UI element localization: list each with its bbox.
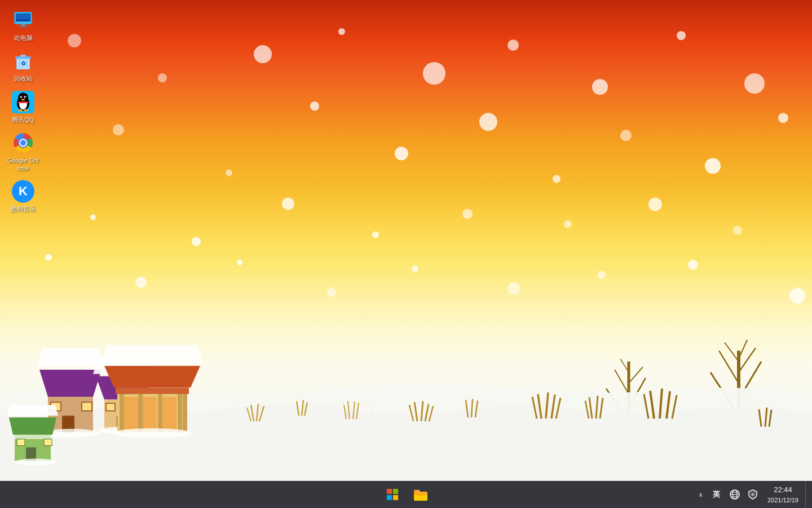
snow-particle — [677, 31, 686, 40]
snow-particle — [237, 260, 242, 265]
snow-particle — [254, 45, 272, 63]
chrome-icon-label: Google Chrome — [6, 156, 41, 173]
computer-icon-label: 此电脑 — [14, 34, 33, 42]
language-indicator[interactable]: 英 — [709, 481, 725, 508]
svg-point-116 — [25, 97, 26, 98]
svg-rect-126 — [387, 489, 392, 494]
snow-particle — [412, 265, 418, 272]
desktop-icon-recycle[interactable]: ♻ 回收站 — [3, 46, 43, 86]
svg-point-117 — [21, 99, 25, 100]
chrome-icon — [12, 132, 34, 154]
snow-particle — [564, 220, 572, 228]
file-explorer-button[interactable] — [408, 482, 433, 507]
desktop: 此电脑 ♻ — [0, 0, 812, 508]
snow-particle — [598, 271, 606, 279]
clock-date: 2021/12/19 — [767, 496, 798, 505]
snow-particle — [135, 277, 147, 288]
snow-particle — [462, 209, 473, 219]
snow-particle — [733, 226, 742, 235]
desktop-icons: 此电脑 ♻ — [0, 0, 45, 218]
show-desktop-button[interactable] — [805, 481, 807, 508]
snow-particle — [423, 62, 445, 85]
svg-point-139 — [751, 493, 754, 496]
taskbar: ∧ 英 — [0, 481, 812, 508]
svg-rect-102 — [15, 56, 31, 59]
svg-point-115 — [21, 97, 22, 98]
snow-particle — [620, 130, 632, 141]
snow-particle — [338, 28, 345, 35]
snow-particle — [90, 214, 96, 220]
svg-rect-103 — [20, 55, 26, 57]
language-text: 英 — [713, 489, 720, 500]
snow-particle — [648, 198, 662, 211]
tray-expand-button[interactable]: ∧ — [695, 481, 707, 508]
svg-text:K: K — [19, 184, 28, 198]
snow-particle — [395, 147, 408, 160]
svg-point-123 — [20, 140, 26, 146]
snow-particle — [68, 34, 81, 47]
kuwo-icon: K — [12, 180, 34, 203]
computer-icon — [12, 9, 34, 32]
qq-icon — [12, 91, 34, 113]
snow-particle — [192, 237, 201, 246]
network-icon[interactable] — [727, 481, 743, 508]
snow-particle — [688, 260, 698, 270]
svg-rect-128 — [387, 495, 392, 500]
snow-particle — [778, 113, 788, 123]
wallpaper — [0, 0, 812, 508]
svg-point-120 — [24, 109, 28, 111]
start-button[interactable] — [379, 481, 406, 508]
svg-point-112 — [20, 95, 27, 102]
recycle-icon-label: 回收站 — [14, 75, 33, 82]
desktop-icon-chrome[interactable]: Google Chrome — [3, 128, 43, 176]
svg-point-119 — [18, 109, 23, 111]
snow-particle — [744, 73, 765, 94]
snow-particle — [592, 79, 608, 95]
svg-rect-97 — [16, 19, 30, 21]
clock[interactable]: 22:44 2021/12/19 — [763, 481, 803, 508]
snow-particle — [479, 113, 497, 131]
recycle-icon: ♻ — [12, 50, 34, 72]
kuwo-icon-label: 酷狗音乐 — [11, 205, 36, 213]
svg-rect-133 — [418, 494, 423, 496]
taskbar-center — [379, 481, 433, 508]
snow-particle — [705, 158, 721, 174]
snow-particle — [372, 231, 379, 238]
snow-particle — [553, 175, 561, 183]
snow-particle — [226, 169, 232, 176]
snow-particle — [45, 254, 52, 261]
snow-particle — [508, 282, 520, 295]
taskbar-right: ∧ 英 — [695, 481, 812, 508]
snow-particle — [508, 40, 519, 51]
snow-particle — [282, 198, 294, 210]
tray-expand-icon: ∧ — [699, 492, 703, 498]
desktop-icon-kuwo[interactable]: K 酷狗音乐 — [3, 177, 43, 216]
snow-particle — [310, 102, 319, 111]
svg-rect-129 — [393, 495, 398, 500]
desktop-icon-computer[interactable]: 此电脑 — [3, 6, 43, 45]
svg-line-106 — [27, 60, 27, 68]
snow-particle — [327, 288, 336, 297]
qq-icon-label: 腾讯QQ — [12, 116, 34, 124]
security-icon[interactable] — [745, 481, 761, 508]
snow-particle — [789, 288, 805, 304]
clock-time: 22:44 — [774, 484, 792, 496]
svg-line-104 — [19, 60, 20, 68]
snow-particle — [158, 73, 167, 82]
snow-particle — [113, 124, 124, 135]
desktop-icon-qq[interactable]: 腾讯QQ — [3, 87, 43, 127]
svg-rect-99 — [19, 26, 28, 27]
svg-rect-118 — [18, 102, 28, 103]
svg-text:♻: ♻ — [21, 60, 26, 67]
svg-rect-127 — [393, 489, 398, 494]
